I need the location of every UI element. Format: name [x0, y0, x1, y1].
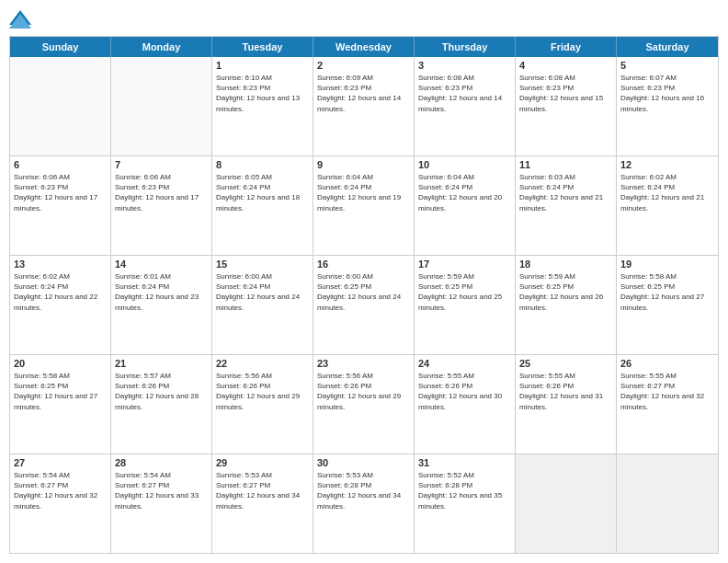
day-number: 16	[317, 259, 410, 270]
cal-cell: 26Sunrise: 5:55 AM Sunset: 6:27 PM Dayli…	[617, 355, 718, 454]
day-number: 13	[14, 259, 107, 270]
cal-cell: 27Sunrise: 5:54 AM Sunset: 6:27 PM Dayli…	[10, 454, 111, 553]
cell-text: Sunrise: 6:02 AM Sunset: 6:24 PM Dayligh…	[620, 172, 714, 213]
day-number: 9	[317, 159, 410, 170]
cal-cell: 16Sunrise: 6:00 AM Sunset: 6:25 PM Dayli…	[313, 256, 415, 354]
cell-text: Sunrise: 6:04 AM Sunset: 6:24 PM Dayligh…	[418, 172, 511, 213]
cell-text: Sunrise: 5:52 AM Sunset: 6:28 PM Dayligh…	[418, 470, 511, 511]
day-number: 10	[418, 159, 511, 170]
cal-cell: 30Sunrise: 5:53 AM Sunset: 6:28 PM Dayli…	[313, 454, 415, 553]
cell-text: Sunrise: 6:00 AM Sunset: 6:24 PM Dayligh…	[216, 271, 309, 313]
cal-week-3: 20Sunrise: 5:58 AM Sunset: 6:25 PM Dayli…	[10, 355, 718, 454]
cell-text: Sunrise: 5:58 AM Sunset: 6:25 PM Dayligh…	[14, 371, 107, 412]
cell-text: Sunrise: 6:00 AM Sunset: 6:25 PM Dayligh…	[317, 271, 410, 313]
cell-text: Sunrise: 6:08 AM Sunset: 6:23 PM Dayligh…	[519, 73, 612, 114]
cal-cell: 5Sunrise: 6:07 AM Sunset: 6:23 PM Daylig…	[617, 57, 718, 155]
day-number: 25	[519, 358, 612, 369]
day-number: 6	[14, 159, 107, 170]
calendar-header: SundayMondayTuesdayWednesdayThursdayFrid…	[10, 37, 718, 57]
cal-cell	[516, 454, 617, 553]
day-number: 21	[115, 358, 208, 369]
cell-text: Sunrise: 5:57 AM Sunset: 6:26 PM Dayligh…	[115, 371, 208, 412]
cal-cell: 18Sunrise: 5:59 AM Sunset: 6:25 PM Dayli…	[516, 256, 617, 354]
cal-week-2: 13Sunrise: 6:02 AM Sunset: 6:24 PM Dayli…	[10, 256, 718, 355]
day-number: 11	[519, 159, 612, 170]
day-number: 8	[216, 159, 309, 170]
day-number: 26	[620, 358, 714, 369]
cell-text: Sunrise: 6:05 AM Sunset: 6:24 PM Dayligh…	[216, 172, 309, 213]
cal-week-4: 27Sunrise: 5:54 AM Sunset: 6:27 PM Dayli…	[10, 454, 718, 553]
day-number: 7	[115, 159, 208, 170]
day-number: 31	[418, 457, 511, 468]
day-number: 20	[14, 358, 107, 369]
cell-text: Sunrise: 5:54 AM Sunset: 6:27 PM Dayligh…	[14, 470, 107, 511]
cell-text: Sunrise: 5:58 AM Sunset: 6:25 PM Dayligh…	[620, 271, 714, 313]
day-number: 28	[115, 457, 208, 468]
day-number: 30	[317, 457, 410, 468]
cal-cell: 7Sunrise: 6:06 AM Sunset: 6:23 PM Daylig…	[111, 156, 212, 255]
cal-cell: 31Sunrise: 5:52 AM Sunset: 6:28 PM Dayli…	[415, 454, 516, 553]
cal-cell: 3Sunrise: 6:08 AM Sunset: 6:23 PM Daylig…	[415, 57, 516, 155]
cell-text: Sunrise: 5:53 AM Sunset: 6:28 PM Dayligh…	[317, 470, 410, 511]
day-number: 4	[519, 60, 612, 71]
cal-cell: 22Sunrise: 5:56 AM Sunset: 6:26 PM Dayli…	[212, 355, 313, 454]
cell-text: Sunrise: 5:59 AM Sunset: 6:25 PM Dayligh…	[418, 271, 511, 313]
cell-text: Sunrise: 6:10 AM Sunset: 6:23 PM Dayligh…	[216, 73, 309, 114]
header-day-wednesday: Wednesday	[313, 37, 415, 57]
day-number: 22	[216, 358, 309, 369]
cal-cell: 11Sunrise: 6:03 AM Sunset: 6:24 PM Dayli…	[516, 156, 617, 255]
calendar-page: SundayMondayTuesdayWednesdayThursdayFrid…	[0, 0, 728, 563]
cell-text: Sunrise: 5:53 AM Sunset: 6:27 PM Dayligh…	[216, 470, 309, 511]
day-number: 5	[620, 60, 714, 71]
day-number: 18	[519, 259, 612, 270]
cal-cell: 17Sunrise: 5:59 AM Sunset: 6:25 PM Dayli…	[415, 256, 516, 354]
logo-icon	[9, 10, 31, 29]
cell-text: Sunrise: 6:08 AM Sunset: 6:23 PM Dayligh…	[418, 73, 511, 114]
cell-text: Sunrise: 5:56 AM Sunset: 6:26 PM Dayligh…	[216, 371, 309, 412]
cell-text: Sunrise: 6:01 AM Sunset: 6:24 PM Dayligh…	[115, 271, 208, 313]
cal-cell: 2Sunrise: 6:09 AM Sunset: 6:23 PM Daylig…	[313, 57, 415, 155]
cell-text: Sunrise: 5:55 AM Sunset: 6:26 PM Dayligh…	[418, 371, 511, 412]
day-number: 1	[216, 60, 309, 71]
cal-cell: 28Sunrise: 5:54 AM Sunset: 6:27 PM Dayli…	[111, 454, 212, 553]
cal-cell: 13Sunrise: 6:02 AM Sunset: 6:24 PM Dayli…	[10, 256, 111, 354]
day-number: 29	[216, 457, 309, 468]
cell-text: Sunrise: 5:55 AM Sunset: 6:26 PM Dayligh…	[519, 371, 612, 412]
day-number: 3	[418, 60, 511, 71]
cell-text: Sunrise: 5:55 AM Sunset: 6:27 PM Dayligh…	[620, 371, 714, 412]
day-number: 27	[14, 457, 107, 468]
calendar: SundayMondayTuesdayWednesdayThursdayFrid…	[9, 36, 719, 554]
header	[9, 9, 719, 29]
day-number: 2	[317, 60, 410, 71]
cal-cell: 4Sunrise: 6:08 AM Sunset: 6:23 PM Daylig…	[516, 57, 617, 155]
header-day-thursday: Thursday	[415, 37, 516, 57]
day-number: 24	[418, 358, 511, 369]
cell-text: Sunrise: 6:03 AM Sunset: 6:24 PM Dayligh…	[519, 172, 612, 213]
day-number: 14	[115, 259, 208, 270]
cal-cell: 6Sunrise: 6:06 AM Sunset: 6:23 PM Daylig…	[10, 156, 111, 255]
cal-cell: 15Sunrise: 6:00 AM Sunset: 6:24 PM Dayli…	[212, 256, 313, 354]
cal-cell	[617, 454, 718, 553]
cal-cell: 19Sunrise: 5:58 AM Sunset: 6:25 PM Dayli…	[617, 256, 718, 354]
cal-cell	[10, 57, 111, 155]
logo	[9, 9, 35, 29]
cell-text: Sunrise: 6:07 AM Sunset: 6:23 PM Dayligh…	[620, 73, 714, 114]
cell-text: Sunrise: 5:54 AM Sunset: 6:27 PM Dayligh…	[115, 470, 208, 511]
day-number: 19	[620, 259, 714, 270]
calendar-body: 1Sunrise: 6:10 AM Sunset: 6:23 PM Daylig…	[10, 57, 718, 553]
cal-cell: 25Sunrise: 5:55 AM Sunset: 6:26 PM Dayli…	[516, 355, 617, 454]
header-day-sunday: Sunday	[10, 37, 111, 57]
header-day-friday: Friday	[516, 37, 617, 57]
cal-cell: 8Sunrise: 6:05 AM Sunset: 6:24 PM Daylig…	[212, 156, 313, 255]
cal-cell: 10Sunrise: 6:04 AM Sunset: 6:24 PM Dayli…	[415, 156, 516, 255]
cell-text: Sunrise: 5:59 AM Sunset: 6:25 PM Dayligh…	[519, 271, 612, 313]
day-number: 12	[620, 159, 714, 170]
cal-cell	[111, 57, 212, 155]
cal-cell: 23Sunrise: 5:56 AM Sunset: 6:26 PM Dayli…	[313, 355, 415, 454]
header-day-tuesday: Tuesday	[212, 37, 313, 57]
cal-cell: 9Sunrise: 6:04 AM Sunset: 6:24 PM Daylig…	[313, 156, 415, 255]
cal-week-0: 1Sunrise: 6:10 AM Sunset: 6:23 PM Daylig…	[10, 57, 718, 156]
cal-cell: 20Sunrise: 5:58 AM Sunset: 6:25 PM Dayli…	[10, 355, 111, 454]
cell-text: Sunrise: 6:09 AM Sunset: 6:23 PM Dayligh…	[317, 73, 410, 114]
cell-text: Sunrise: 5:56 AM Sunset: 6:26 PM Dayligh…	[317, 371, 410, 412]
